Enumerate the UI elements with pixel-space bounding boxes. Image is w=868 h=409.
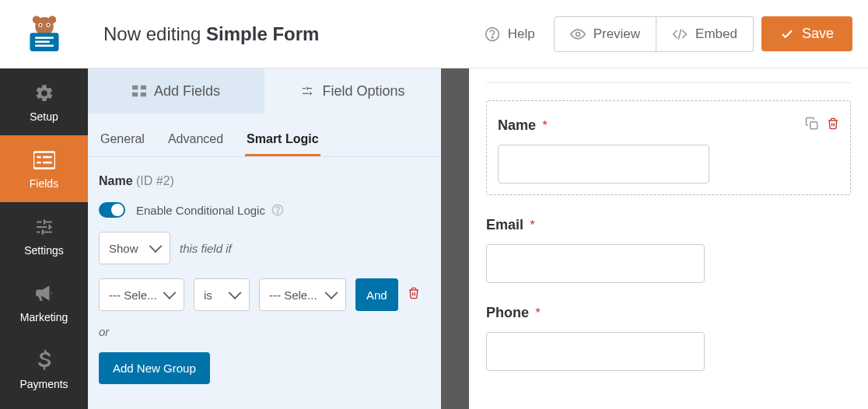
- gear-icon: [33, 82, 55, 104]
- svg-rect-20: [132, 86, 138, 89]
- sidebar-item-label: Payments: [19, 378, 68, 390]
- toggle-label: Enable Conditional Logic: [136, 204, 265, 217]
- subtab-general[interactable]: General: [99, 124, 146, 156]
- form-icon: [33, 149, 55, 171]
- svg-rect-21: [141, 86, 146, 89]
- svg-rect-14: [37, 162, 40, 164]
- name-input[interactable]: [498, 145, 709, 184]
- field-label: Phone: [486, 305, 529, 320]
- conditional-logic-toggle[interactable]: [99, 202, 125, 218]
- sidebar-item-setup[interactable]: Setup: [0, 68, 88, 135]
- svg-point-9: [39, 24, 41, 26]
- check-icon: [780, 27, 794, 41]
- svg-rect-12: [37, 156, 40, 159]
- svg-point-25: [277, 212, 278, 213]
- grid-icon: [132, 85, 146, 97]
- svg-point-2: [48, 16, 56, 23]
- dollar-icon: [33, 350, 55, 372]
- logic-delete-rule[interactable]: [408, 286, 420, 303]
- sidebar-item-label: Setup: [30, 110, 58, 123]
- phone-input[interactable]: [486, 332, 705, 371]
- wpforms-logo-icon: [23, 13, 65, 55]
- svg-rect-28: [810, 122, 817, 129]
- svg-rect-11: [33, 152, 55, 169]
- options-panel: Add Fields Field Options General Advance…: [88, 68, 441, 409]
- svg-rect-22: [132, 93, 138, 96]
- sidebar-item-label: Fields: [30, 177, 58, 190]
- copy-icon: [805, 117, 819, 131]
- trash-icon: [827, 117, 839, 131]
- preview-field-name[interactable]: Name *: [486, 100, 851, 195]
- topbar: Now editing Simple Form Help Preview Emb…: [88, 0, 868, 68]
- email-input[interactable]: [486, 244, 705, 283]
- preview-button[interactable]: Preview: [554, 16, 656, 52]
- svg-point-1: [32, 16, 40, 23]
- help-small-icon[interactable]: [271, 204, 284, 216]
- eye-icon: [570, 26, 586, 42]
- svg-point-18: [576, 32, 579, 36]
- bullhorn-icon: [33, 283, 55, 305]
- logic-show-select[interactable]: Show: [99, 232, 170, 264]
- sliders-small-icon: [300, 85, 314, 97]
- svg-rect-4: [35, 37, 54, 39]
- required-indicator: *: [542, 119, 547, 132]
- duplicate-field[interactable]: [805, 117, 819, 134]
- required-indicator: *: [530, 218, 534, 232]
- svg-rect-13: [43, 156, 51, 159]
- logic-field-select[interactable]: --- Sele...: [99, 278, 184, 311]
- svg-rect-23: [141, 93, 146, 96]
- tab-field-options[interactable]: Field Options: [264, 68, 441, 114]
- preview-field-phone[interactable]: Phone *: [486, 305, 851, 371]
- preview-field-email[interactable]: Email *: [486, 217, 851, 283]
- delete-field[interactable]: [827, 117, 839, 134]
- sidebar-item-fields[interactable]: Fields: [0, 135, 88, 202]
- sidebar: Setup Fields Settings Marketing Payments: [0, 0, 88, 409]
- logo[interactable]: [0, 0, 88, 68]
- logic-operator-select[interactable]: is: [194, 278, 250, 311]
- logic-and-button[interactable]: And: [355, 278, 398, 311]
- svg-rect-5: [35, 40, 50, 43]
- sidebar-item-label: Settings: [24, 244, 64, 257]
- required-indicator: *: [535, 306, 540, 320]
- help-icon: [485, 26, 500, 42]
- svg-point-10: [47, 24, 49, 26]
- divider: [486, 82, 851, 83]
- logic-value-select[interactable]: --- Sele...: [259, 278, 346, 311]
- form-preview: Name *: [469, 68, 868, 409]
- sidebar-item-payments[interactable]: Payments: [0, 336, 88, 403]
- logic-hint: this field if: [180, 242, 232, 255]
- page-title: Now editing Simple Form: [103, 23, 466, 45]
- field-title: Name (ID #2): [99, 174, 430, 188]
- logic-or-label: or: [99, 325, 430, 338]
- sidebar-item-label: Marketing: [20, 311, 68, 323]
- subtab-smart-logic[interactable]: Smart Logic: [245, 124, 320, 156]
- svg-line-19: [678, 29, 681, 39]
- sidebar-item-marketing[interactable]: Marketing: [0, 269, 88, 336]
- trash-icon: [408, 286, 420, 300]
- sidebar-item-settings[interactable]: Settings: [0, 202, 88, 269]
- panel-gutter: [441, 68, 469, 409]
- subtab-advanced[interactable]: Advanced: [166, 124, 225, 156]
- code-icon: [672, 26, 688, 42]
- help-button[interactable]: Help: [474, 19, 546, 50]
- sliders-icon: [33, 216, 55, 238]
- save-button[interactable]: Save: [761, 16, 852, 51]
- add-new-group-button[interactable]: Add New Group: [99, 352, 210, 384]
- svg-point-17: [492, 37, 493, 38]
- svg-rect-15: [43, 162, 51, 164]
- field-label: Email: [486, 217, 523, 232]
- svg-rect-6: [35, 45, 54, 47]
- field-label: Name: [498, 117, 536, 133]
- embed-button[interactable]: Embed: [656, 16, 754, 52]
- tab-add-fields[interactable]: Add Fields: [88, 68, 264, 114]
